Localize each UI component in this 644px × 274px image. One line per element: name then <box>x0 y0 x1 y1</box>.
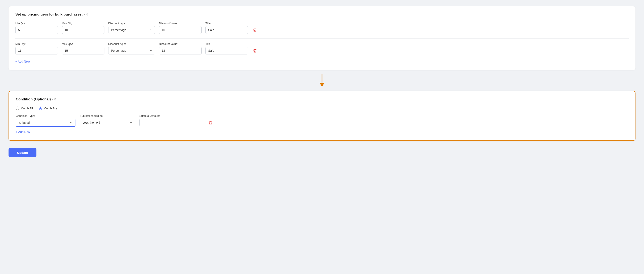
arrow-shaft <box>322 74 322 83</box>
subtotal-amount-group: Subtotal Amount: <box>139 114 203 126</box>
match-all-radio-label[interactable]: Match All <box>16 107 33 110</box>
condition-type-group: Condition Type: Subtotal Item Count Weig… <box>16 114 76 127</box>
trash-icon <box>208 121 213 125</box>
subtotal-amount-input[interactable] <box>139 119 203 126</box>
pricing-title: Set up pricing tiers for bulk purchases:… <box>15 12 629 16</box>
tier2-discount-type-select[interactable]: Percentage Fixed Amount <box>108 47 155 54</box>
tier2-title-input[interactable] <box>206 47 248 54</box>
tier1-min-qty-label: Min Qty: <box>15 22 58 25</box>
update-button[interactable]: Update <box>8 148 36 157</box>
tier1-max-qty-group: Max Qty: <box>62 22 104 34</box>
condition-title: Condition (Optional) ℹ <box>16 97 628 102</box>
tier1-title-group: Title: <box>206 22 248 34</box>
tier2-title-label: Title: <box>206 42 248 45</box>
condition-add-new-button[interactable]: + Add New <box>16 129 30 135</box>
tier2-max-qty-group: Max Qty: <box>62 42 104 54</box>
tier1-title-input[interactable] <box>206 26 248 34</box>
subtotal-amount-label: Subtotal Amount: <box>139 114 203 118</box>
tier1-max-qty-label: Max Qty: <box>62 22 104 25</box>
tier-row-1: Min Qty: Max Qty: Discount type: Percent… <box>15 22 629 34</box>
condition-delete-button[interactable] <box>208 119 214 127</box>
tier2-delete-button[interactable] <box>252 47 258 55</box>
tier2-discount-type-label: Discount type: <box>108 42 155 45</box>
tier2-max-qty-label: Max Qty: <box>62 42 104 45</box>
condition-title-text: Condition (Optional) <box>16 97 51 102</box>
tier2-discount-type-group: Discount type: Percentage Fixed Amount <box>108 42 155 54</box>
pricing-info-icon[interactable]: ℹ <box>84 13 88 16</box>
subtotal-should-be-select[interactable]: Less then (<) Greater than (>) Equal to … <box>80 119 135 126</box>
trash-icon <box>253 49 257 53</box>
tier1-delete-button[interactable] <box>252 26 258 34</box>
match-any-radio-label[interactable]: Match Any <box>39 107 58 110</box>
tier1-min-qty-group: Min Qty: <box>15 22 58 34</box>
tier2-min-qty-label: Min Qty: <box>15 42 58 45</box>
tier2-discount-value-input[interactable] <box>159 47 202 54</box>
tier2-max-qty-input[interactable] <box>62 47 104 54</box>
tier1-discount-type-label: Discount type: <box>108 22 155 25</box>
arrow-connector <box>8 70 636 91</box>
tier1-max-qty-input[interactable] <box>62 26 104 34</box>
tier1-discount-value-label: Discount Value: <box>159 22 202 25</box>
tier2-min-qty-group: Min Qty: <box>15 42 58 54</box>
pricing-tiers-card: Set up pricing tiers for bulk purchases:… <box>8 6 636 70</box>
condition-fields-row: Condition Type: Subtotal Item Count Weig… <box>16 114 628 127</box>
tier-row-2: Min Qty: Max Qty: Discount type: Percent… <box>15 42 629 55</box>
tier2-title-group: Title: <box>206 42 248 54</box>
condition-add-new-label: + Add New <box>16 130 30 134</box>
match-radio-group: Match All Match Any <box>16 107 628 110</box>
pricing-title-text: Set up pricing tiers for bulk purchases: <box>15 12 83 16</box>
tier1-min-qty-input[interactable] <box>15 26 58 34</box>
update-button-label: Update <box>17 151 28 154</box>
condition-card: Condition (Optional) ℹ Match All Match A… <box>8 91 636 141</box>
tier2-discount-value-label: Discount Value: <box>159 42 202 45</box>
trash-icon <box>253 28 257 32</box>
tier1-discount-type-select[interactable]: Percentage Fixed Amount <box>108 26 155 34</box>
tier2-min-qty-input[interactable] <box>15 47 58 54</box>
condition-info-icon[interactable]: ℹ <box>52 98 56 101</box>
match-any-text: Match Any <box>44 107 58 110</box>
tier-separator <box>15 38 629 38</box>
tier1-discount-value-group: Discount Value: <box>159 22 202 34</box>
match-all-radio[interactable] <box>16 107 19 110</box>
tier1-discount-type-group: Discount type: Percentage Fixed Amount <box>108 22 155 34</box>
match-any-radio[interactable] <box>39 107 42 110</box>
condition-type-select[interactable]: Subtotal Item Count Weight <box>16 119 76 127</box>
pricing-add-new-button[interactable]: + Add New <box>15 59 30 64</box>
down-arrow <box>320 74 324 87</box>
match-all-text: Match All <box>21 107 33 110</box>
condition-type-label: Condition Type: <box>16 114 76 118</box>
subtotal-should-be-group: Subtotal should be: Less then (<) Greate… <box>80 114 135 126</box>
tier2-discount-value-group: Discount Value: <box>159 42 202 54</box>
arrow-head <box>320 83 324 87</box>
subtotal-should-be-label: Subtotal should be: <box>80 114 135 118</box>
pricing-add-new-label: + Add New <box>15 60 30 63</box>
tier1-discount-value-input[interactable] <box>159 26 202 34</box>
tier1-title-label: Title: <box>206 22 248 25</box>
